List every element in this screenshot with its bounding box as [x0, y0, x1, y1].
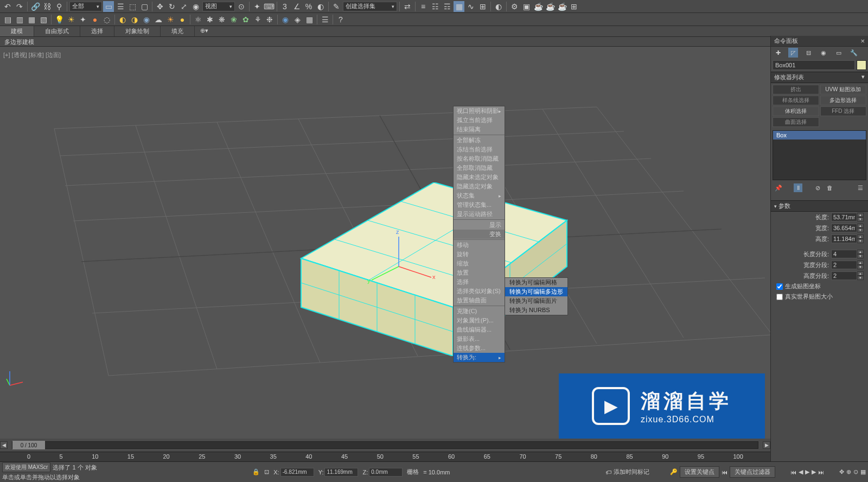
- create-tab-icon[interactable]: ✚: [773, 48, 783, 58]
- submi-editable-poly[interactable]: 转换为可编辑多边形: [505, 287, 567, 296]
- render-last-icon[interactable]: ☕: [545, 1, 556, 12]
- mi-show-motion-paths[interactable]: 显示运动路径: [454, 210, 505, 219]
- env1-icon[interactable]: ◐: [117, 14, 128, 25]
- pivot-icon[interactable]: ⊙: [236, 1, 247, 12]
- env4-icon[interactable]: ☁: [153, 14, 164, 25]
- viewport-nav2-icon[interactable]: ⊕: [846, 468, 851, 475]
- toggle-ribbon-icon[interactable]: ▦: [454, 1, 464, 12]
- modify-tab-icon[interactable]: ◸: [788, 48, 798, 58]
- modifier-stack[interactable]: Box: [773, 130, 866, 180]
- viewport-nav1-icon[interactable]: ✥: [839, 468, 844, 475]
- light3-icon[interactable]: ✦: [78, 14, 88, 25]
- material-editor-icon[interactable]: ◐: [493, 1, 504, 12]
- light1-icon[interactable]: 💡: [54, 14, 65, 25]
- lseg-input[interactable]: [831, 250, 857, 258]
- viewport-nav4-icon[interactable]: ▦: [860, 468, 866, 475]
- ffd-select-button[interactable]: FFD 选择: [820, 106, 867, 116]
- play-prev-icon[interactable]: ◀: [799, 468, 803, 475]
- named-sel-combo[interactable]: 创建选择集: [343, 2, 397, 11]
- poly-select-button[interactable]: 多边形选择: [820, 96, 867, 105]
- show-end-result-icon[interactable]: Ⅱ: [794, 183, 802, 192]
- particle7-icon[interactable]: ❉: [264, 14, 275, 25]
- select-region-icon[interactable]: ⬚: [127, 1, 138, 12]
- close-icon[interactable]: ×: [860, 37, 865, 45]
- render-preset-icon[interactable]: ☕: [557, 1, 567, 12]
- rotate-icon[interactable]: ↻: [167, 1, 177, 12]
- helper2-icon[interactable]: ◈: [292, 14, 303, 25]
- ref-coord-combo[interactable]: 视图: [202, 2, 235, 11]
- x-coord-input[interactable]: [280, 468, 314, 477]
- submi-editable-patch[interactable]: 转换为可编辑面片: [505, 296, 567, 306]
- motion-tab-icon[interactable]: ◉: [819, 48, 828, 58]
- edit-named-sel-icon[interactable]: ✎: [331, 1, 342, 12]
- display-tab-icon[interactable]: ▭: [834, 48, 844, 58]
- bind-icon[interactable]: ⚲: [54, 1, 65, 12]
- length-down-icon[interactable]: ▾: [857, 217, 864, 221]
- render-frame-icon[interactable]: ▣: [521, 1, 532, 12]
- viewport-nav3-icon[interactable]: ⊙: [853, 468, 858, 475]
- graphite-btn1-icon[interactable]: ▤: [2, 14, 13, 25]
- box-object[interactable]: x y z: [296, 182, 572, 356]
- stack-item-box[interactable]: Box: [773, 131, 866, 139]
- helper1-icon[interactable]: ◉: [280, 14, 291, 25]
- mi-state-sets[interactable]: 状态集▸: [454, 191, 505, 200]
- place-icon[interactable]: ◉: [190, 1, 201, 12]
- env5-icon[interactable]: ☀: [165, 14, 176, 25]
- configure-sets-icon[interactable]: ☰: [856, 183, 865, 192]
- particle1-icon[interactable]: ⚛: [193, 14, 203, 25]
- render-cloud-icon[interactable]: ⊞: [569, 1, 579, 12]
- object-name-input[interactable]: [773, 60, 855, 70]
- gen-coords-checkbox[interactable]: [776, 283, 783, 290]
- mi-unhide-by-name[interactable]: 按名称取消隐藏: [454, 154, 505, 163]
- length-up-icon[interactable]: ▴: [857, 213, 864, 217]
- mi-isolate[interactable]: 孤立当前选择: [454, 116, 505, 125]
- mi-hide-selection[interactable]: 隐藏选定对象: [454, 182, 505, 191]
- mi-freeze-selection[interactable]: 冻结当前选择: [454, 145, 505, 154]
- mi-hide-unselected[interactable]: 隐藏未选定对象: [454, 173, 505, 182]
- redo-icon[interactable]: ↷: [14, 1, 25, 12]
- extrude-button[interactable]: 挤出: [773, 85, 819, 94]
- align-icon[interactable]: ≡: [418, 1, 429, 12]
- mirror-icon[interactable]: ⇄: [402, 1, 413, 12]
- undo-icon[interactable]: ↶: [2, 1, 13, 12]
- light5-icon[interactable]: ◌: [101, 14, 112, 25]
- timeline-prev-icon[interactable]: ◀: [0, 441, 8, 449]
- mi-dope-sheet[interactable]: 摄影表...: [454, 334, 505, 344]
- help-icon[interactable]: ?: [335, 14, 346, 25]
- percent-snap-icon[interactable]: %: [303, 1, 314, 12]
- height-input[interactable]: [831, 234, 857, 243]
- play-end-icon[interactable]: ⏭: [818, 469, 824, 475]
- mi-select-similar[interactable]: 选择类似对象(S): [454, 287, 505, 296]
- hseg-input[interactable]: [831, 271, 857, 280]
- prev-key-icon[interactable]: ⏮: [722, 469, 727, 475]
- layers-icon[interactable]: ☷: [430, 1, 441, 12]
- submi-nurbs[interactable]: 转换为 NURBS: [505, 306, 567, 315]
- key-filter-button[interactable]: 关键点过滤器: [730, 466, 775, 478]
- timeline-track[interactable]: 0 / 100: [12, 441, 758, 449]
- mi-wire-params[interactable]: 连线参数...: [454, 344, 505, 353]
- wseg-input[interactable]: [831, 261, 857, 269]
- params-rollout-header[interactable]: 参数: [771, 200, 868, 212]
- mi-curve-editor[interactable]: 曲线编辑器...: [454, 325, 505, 334]
- mi-properties[interactable]: 对象属性(P)...: [454, 316, 505, 325]
- select-name-icon[interactable]: ☰: [115, 1, 126, 12]
- render-icon[interactable]: ☕: [533, 1, 544, 12]
- env2-icon[interactable]: ◑: [129, 14, 140, 25]
- vol-select-button[interactable]: 体积选择: [773, 106, 819, 116]
- light4-icon[interactable]: ●: [90, 14, 100, 25]
- move-icon[interactable]: ✥: [155, 1, 165, 12]
- pin-stack-icon[interactable]: 📌: [774, 183, 783, 192]
- curve-select-button[interactable]: 曲面选择: [773, 117, 819, 127]
- timeline-next-icon[interactable]: ▶: [763, 441, 770, 449]
- schematic-view-icon[interactable]: ⊞: [477, 1, 488, 12]
- isolate-toggle-icon[interactable]: ⊡: [264, 468, 269, 475]
- ribbon-tab-populate[interactable]: 填充: [161, 26, 195, 36]
- add-time-tag-label[interactable]: 添加时间标记: [614, 468, 649, 476]
- layer-explorer-icon[interactable]: ☶: [442, 1, 452, 12]
- play-start-icon[interactable]: ⏮: [790, 469, 796, 475]
- spinner-snap-icon[interactable]: ◐: [315, 1, 326, 12]
- particle3-icon[interactable]: ❋: [216, 14, 227, 25]
- timeline-handle[interactable]: 0 / 100: [12, 441, 45, 449]
- env6-icon[interactable]: ●: [177, 14, 188, 25]
- ribbon-tab-freeform[interactable]: 自由形式: [34, 26, 80, 36]
